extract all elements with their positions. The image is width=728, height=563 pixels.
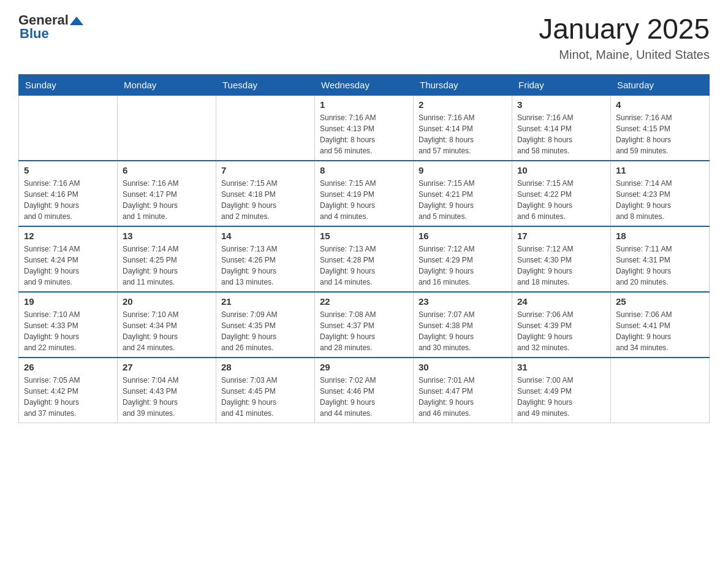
calendar-cell: 24Sunrise: 7:06 AM Sunset: 4:39 PM Dayli… bbox=[512, 292, 611, 358]
day-info: Sunrise: 7:13 AM Sunset: 4:28 PM Dayligh… bbox=[320, 243, 408, 288]
day-info: Sunrise: 7:10 AM Sunset: 4:34 PM Dayligh… bbox=[123, 309, 211, 353]
calendar-cell: 21Sunrise: 7:09 AM Sunset: 4:35 PM Dayli… bbox=[216, 292, 315, 358]
day-number: 8 bbox=[320, 165, 408, 175]
calendar-cell: 13Sunrise: 7:14 AM Sunset: 4:25 PM Dayli… bbox=[118, 226, 216, 292]
day-info: Sunrise: 7:14 AM Sunset: 4:23 PM Dayligh… bbox=[616, 178, 704, 222]
day-info: Sunrise: 7:16 AM Sunset: 4:15 PM Dayligh… bbox=[616, 112, 704, 156]
day-number: 26 bbox=[24, 362, 112, 372]
day-info: Sunrise: 7:08 AM Sunset: 4:37 PM Dayligh… bbox=[320, 309, 408, 353]
day-number: 19 bbox=[24, 296, 112, 307]
calendar-cell: 3Sunrise: 7:16 AM Sunset: 4:14 PM Daylig… bbox=[512, 96, 611, 161]
day-number: 28 bbox=[221, 362, 309, 372]
day-number: 10 bbox=[517, 165, 605, 175]
calendar-cell: 6Sunrise: 7:16 AM Sunset: 4:17 PM Daylig… bbox=[118, 161, 216, 226]
calendar-cell: 7Sunrise: 7:15 AM Sunset: 4:18 PM Daylig… bbox=[216, 161, 315, 226]
calendar-header-row: Sunday Monday Tuesday Wednesday Thursday… bbox=[19, 75, 710, 96]
day-number: 14 bbox=[221, 231, 309, 241]
calendar-cell: 11Sunrise: 7:14 AM Sunset: 4:23 PM Dayli… bbox=[611, 161, 710, 226]
day-info: Sunrise: 7:15 AM Sunset: 4:22 PM Dayligh… bbox=[517, 178, 605, 222]
calendar-cell: 1Sunrise: 7:16 AM Sunset: 4:13 PM Daylig… bbox=[315, 96, 414, 161]
day-info: Sunrise: 7:16 AM Sunset: 4:16 PM Dayligh… bbox=[24, 178, 112, 222]
calendar-cell: 26Sunrise: 7:05 AM Sunset: 4:42 PM Dayli… bbox=[19, 358, 118, 423]
day-number: 23 bbox=[419, 296, 507, 307]
day-info: Sunrise: 7:06 AM Sunset: 4:39 PM Dayligh… bbox=[517, 309, 605, 353]
day-number: 21 bbox=[221, 296, 309, 307]
day-info: Sunrise: 7:16 AM Sunset: 4:14 PM Dayligh… bbox=[419, 112, 507, 156]
day-info: Sunrise: 7:09 AM Sunset: 4:35 PM Dayligh… bbox=[221, 309, 309, 353]
day-info: Sunrise: 7:00 AM Sunset: 4:49 PM Dayligh… bbox=[517, 375, 605, 419]
page-header: General Blue January 2025 Minot, Maine, … bbox=[18, 12, 710, 62]
calendar-cell: 18Sunrise: 7:11 AM Sunset: 4:31 PM Dayli… bbox=[611, 226, 710, 292]
calendar-cell bbox=[611, 358, 710, 423]
day-number: 25 bbox=[616, 296, 704, 307]
header-saturday: Saturday bbox=[611, 75, 710, 96]
calendar-cell: 31Sunrise: 7:00 AM Sunset: 4:49 PM Dayli… bbox=[512, 358, 611, 423]
day-number: 2 bbox=[419, 99, 507, 110]
week-row-3: 12Sunrise: 7:14 AM Sunset: 4:24 PM Dayli… bbox=[19, 226, 710, 292]
day-info: Sunrise: 7:01 AM Sunset: 4:47 PM Dayligh… bbox=[419, 375, 507, 419]
calendar-cell: 20Sunrise: 7:10 AM Sunset: 4:34 PM Dayli… bbox=[118, 292, 216, 358]
week-row-5: 26Sunrise: 7:05 AM Sunset: 4:42 PM Dayli… bbox=[19, 358, 710, 423]
week-row-2: 5Sunrise: 7:16 AM Sunset: 4:16 PM Daylig… bbox=[19, 161, 710, 226]
day-number: 3 bbox=[517, 99, 605, 110]
day-info: Sunrise: 7:15 AM Sunset: 4:19 PM Dayligh… bbox=[320, 178, 408, 222]
calendar-cell: 28Sunrise: 7:03 AM Sunset: 4:45 PM Dayli… bbox=[216, 358, 315, 423]
day-number: 29 bbox=[320, 362, 408, 372]
day-number: 11 bbox=[616, 165, 704, 175]
day-number: 30 bbox=[419, 362, 507, 372]
header-thursday: Thursday bbox=[414, 75, 512, 96]
calendar-cell: 29Sunrise: 7:02 AM Sunset: 4:46 PM Dayli… bbox=[315, 358, 414, 423]
day-info: Sunrise: 7:12 AM Sunset: 4:30 PM Dayligh… bbox=[517, 243, 605, 288]
day-info: Sunrise: 7:07 AM Sunset: 4:38 PM Dayligh… bbox=[419, 309, 507, 353]
day-info: Sunrise: 7:05 AM Sunset: 4:42 PM Dayligh… bbox=[24, 375, 112, 419]
calendar-cell: 27Sunrise: 7:04 AM Sunset: 4:43 PM Dayli… bbox=[118, 358, 216, 423]
day-info: Sunrise: 7:02 AM Sunset: 4:46 PM Dayligh… bbox=[320, 375, 408, 419]
day-number: 17 bbox=[517, 231, 605, 241]
day-info: Sunrise: 7:15 AM Sunset: 4:21 PM Dayligh… bbox=[419, 178, 507, 222]
calendar-cell: 5Sunrise: 7:16 AM Sunset: 4:16 PM Daylig… bbox=[19, 161, 118, 226]
day-number: 20 bbox=[123, 296, 211, 307]
calendar-cell: 30Sunrise: 7:01 AM Sunset: 4:47 PM Dayli… bbox=[414, 358, 512, 423]
calendar-cell: 2Sunrise: 7:16 AM Sunset: 4:14 PM Daylig… bbox=[414, 96, 512, 161]
calendar-subtitle: Minot, Maine, United States bbox=[539, 48, 710, 62]
calendar-cell: 10Sunrise: 7:15 AM Sunset: 4:22 PM Dayli… bbox=[512, 161, 611, 226]
day-number: 9 bbox=[419, 165, 507, 175]
calendar-cell bbox=[216, 96, 315, 161]
calendar-cell: 15Sunrise: 7:13 AM Sunset: 4:28 PM Dayli… bbox=[315, 226, 414, 292]
day-number: 16 bbox=[419, 231, 507, 241]
day-number: 7 bbox=[221, 165, 309, 175]
calendar-cell: 8Sunrise: 7:15 AM Sunset: 4:19 PM Daylig… bbox=[315, 161, 414, 226]
calendar-cell: 23Sunrise: 7:07 AM Sunset: 4:38 PM Dayli… bbox=[414, 292, 512, 358]
calendar-cell: 12Sunrise: 7:14 AM Sunset: 4:24 PM Dayli… bbox=[19, 226, 118, 292]
calendar-cell: 16Sunrise: 7:12 AM Sunset: 4:29 PM Dayli… bbox=[414, 226, 512, 292]
day-info: Sunrise: 7:14 AM Sunset: 4:24 PM Dayligh… bbox=[24, 243, 112, 288]
day-info: Sunrise: 7:06 AM Sunset: 4:41 PM Dayligh… bbox=[616, 309, 704, 353]
calendar-title: January 2025 bbox=[539, 12, 710, 45]
logo-triangle-icon bbox=[70, 14, 83, 28]
calendar-cell: 17Sunrise: 7:12 AM Sunset: 4:30 PM Dayli… bbox=[512, 226, 611, 292]
day-info: Sunrise: 7:03 AM Sunset: 4:45 PM Dayligh… bbox=[221, 375, 309, 419]
day-number: 31 bbox=[517, 362, 605, 372]
logo-blue-text: Blue bbox=[20, 26, 49, 42]
calendar-cell: 25Sunrise: 7:06 AM Sunset: 4:41 PM Dayli… bbox=[611, 292, 710, 358]
calendar-cell bbox=[118, 96, 216, 161]
calendar-cell: 19Sunrise: 7:10 AM Sunset: 4:33 PM Dayli… bbox=[19, 292, 118, 358]
day-number: 27 bbox=[123, 362, 211, 372]
day-info: Sunrise: 7:16 AM Sunset: 4:14 PM Dayligh… bbox=[517, 112, 605, 156]
calendar-table: Sunday Monday Tuesday Wednesday Thursday… bbox=[18, 74, 710, 423]
day-info: Sunrise: 7:14 AM Sunset: 4:25 PM Dayligh… bbox=[123, 243, 211, 288]
day-info: Sunrise: 7:16 AM Sunset: 4:17 PM Dayligh… bbox=[123, 178, 211, 222]
day-info: Sunrise: 7:04 AM Sunset: 4:43 PM Dayligh… bbox=[123, 375, 211, 419]
title-block: January 2025 Minot, Maine, United States bbox=[539, 12, 710, 62]
day-number: 24 bbox=[517, 296, 605, 307]
week-row-1: 1Sunrise: 7:16 AM Sunset: 4:13 PM Daylig… bbox=[19, 96, 710, 161]
day-info: Sunrise: 7:11 AM Sunset: 4:31 PM Dayligh… bbox=[616, 243, 704, 288]
logo: General Blue bbox=[18, 12, 83, 42]
header-sunday: Sunday bbox=[19, 75, 118, 96]
header-friday: Friday bbox=[512, 75, 611, 96]
day-number: 22 bbox=[320, 296, 408, 307]
header-monday: Monday bbox=[118, 75, 216, 96]
calendar-cell: 22Sunrise: 7:08 AM Sunset: 4:37 PM Dayli… bbox=[315, 292, 414, 358]
day-info: Sunrise: 7:12 AM Sunset: 4:29 PM Dayligh… bbox=[419, 243, 507, 288]
day-info: Sunrise: 7:13 AM Sunset: 4:26 PM Dayligh… bbox=[221, 243, 309, 288]
